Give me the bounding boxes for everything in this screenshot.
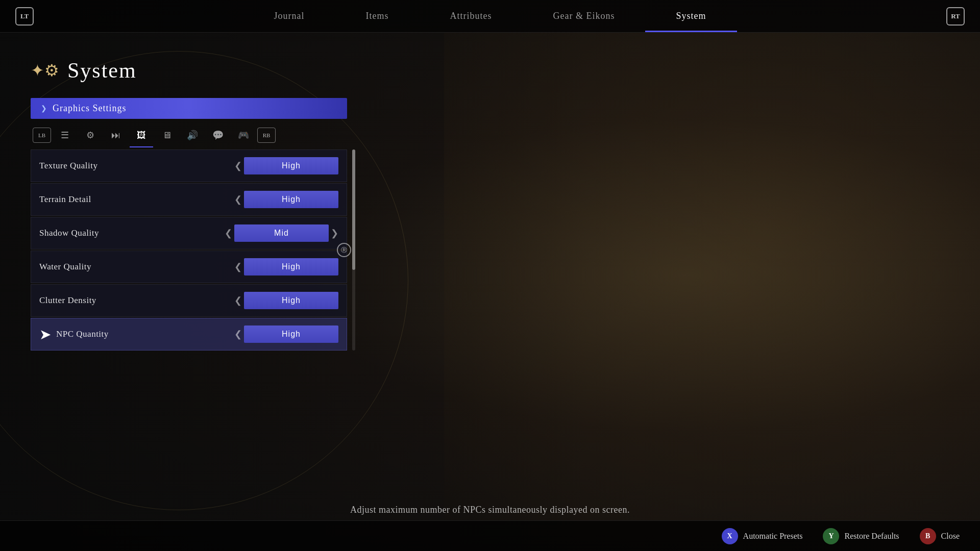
system-icon: ✦⚙ — [31, 61, 59, 80]
bottom-bar: X Automatic Presets Y Restore Defaults B… — [0, 520, 980, 551]
automatic-presets-label: Automatic Presets — [743, 532, 803, 541]
texture-quality-left-arrow[interactable]: ❮ — [234, 160, 242, 171]
scrollbar[interactable] — [352, 149, 355, 350]
terrain-detail-left-arrow[interactable]: ❮ — [234, 194, 242, 205]
top-navigation: LT Journal Items Attributes Gear & Eikon… — [0, 0, 980, 33]
y-button: Y — [823, 528, 839, 544]
tab-media-icon[interactable]: ⏭ — [104, 125, 128, 145]
lt-button[interactable]: LT — [15, 7, 34, 26]
main-content: ✦⚙ System ❯ Graphics Settings LB ☰ ⚙ ⏭ 🖼… — [0, 33, 980, 551]
npc-quantity-label: NPC Quantity — [56, 329, 234, 339]
section-header[interactable]: ❯ Graphics Settings — [31, 98, 347, 119]
clutter-density-left-arrow[interactable]: ❮ — [234, 295, 242, 306]
description-area: Adjust maximum number of NPCs simultaneo… — [0, 505, 980, 515]
clutter-density-label: Clutter Density — [39, 295, 234, 306]
automatic-presets-action[interactable]: X Automatic Presets — [722, 528, 803, 544]
section-label: Graphics Settings — [53, 103, 127, 114]
section-chevron-icon: ❯ — [41, 104, 47, 113]
terrain-detail-label: Terrain Detail — [39, 194, 234, 205]
setting-row-terrain-detail[interactable]: Terrain Detail ❮ High — [31, 183, 347, 216]
description-text: Adjust maximum number of NPCs simultaneo… — [350, 505, 630, 515]
clutter-density-value[interactable]: High — [244, 292, 338, 309]
water-quality-value[interactable]: High — [244, 258, 338, 276]
selection-pointer-icon: ➤ — [39, 326, 51, 343]
shadow-quality-label: Shadow Quality — [39, 228, 225, 238]
restore-defaults-action[interactable]: Y Restore Defaults — [823, 528, 899, 544]
page-title-area: ✦⚙ System — [0, 33, 980, 98]
tab-attributes[interactable]: Attributes — [420, 0, 523, 32]
close-action[interactable]: B Close — [920, 528, 960, 544]
settings-list: Texture Quality ❮ High Terrain Detail ❮ … — [31, 149, 347, 350]
settings-panel: ❯ Graphics Settings LB ☰ ⚙ ⏭ 🖼 🖥 🔊 💬 🎮 R… — [31, 98, 347, 350]
tab-journal[interactable]: Journal — [243, 0, 335, 32]
setting-row-clutter-density[interactable]: Clutter Density ❮ High — [31, 284, 347, 317]
shadow-quality-value[interactable]: Mid — [234, 224, 329, 242]
terrain-detail-value[interactable]: High — [244, 191, 338, 208]
tab-icons-row: LB ☰ ⚙ ⏭ 🖼 🖥 🔊 💬 🎮 RB — [31, 125, 347, 145]
b-button: B — [920, 528, 936, 544]
rt-button[interactable]: RT — [946, 7, 965, 26]
scroll-thumb — [352, 149, 355, 270]
x-button: X — [722, 528, 738, 544]
tab-gear[interactable]: Gear & Eikons — [523, 0, 646, 32]
shadow-quality-left-arrow[interactable]: ❮ — [225, 228, 232, 239]
tab-audio-icon[interactable]: 🔊 — [181, 125, 204, 145]
npc-quantity-value[interactable]: High — [244, 325, 338, 343]
tab-gamepad-icon[interactable]: 🎮 — [232, 125, 255, 145]
tab-display-icon[interactable]: 🖥 — [155, 125, 179, 145]
restore-defaults-label: Restore Defaults — [844, 532, 899, 541]
texture-quality-label: Texture Quality — [39, 161, 234, 171]
r-indicator: Ⓡ — [337, 243, 351, 257]
tab-gear-icon[interactable]: ⚙ — [79, 125, 102, 145]
rb-tab-btn[interactable]: RB — [257, 128, 276, 143]
tab-list-icon[interactable]: ☰ — [53, 125, 77, 145]
setting-row-shadow-quality[interactable]: Shadow Quality ❮ Mid ❯ — [31, 217, 347, 249]
setting-row-texture-quality[interactable]: Texture Quality ❮ High — [31, 149, 347, 182]
tab-image-icon[interactable]: 🖼 — [130, 125, 153, 145]
setting-row-npc-quantity[interactable]: ➤ NPC Quantity ❮ High — [31, 318, 347, 350]
nav-tabs: Journal Items Attributes Gear & Eikons S… — [243, 0, 737, 32]
page-title: System — [67, 58, 137, 83]
tab-system[interactable]: System — [645, 0, 737, 32]
lb-tab-btn[interactable]: LB — [33, 128, 51, 143]
close-label: Close — [941, 532, 960, 541]
tab-chat-icon[interactable]: 💬 — [206, 125, 230, 145]
setting-row-water-quality[interactable]: Water Quality ❮ High — [31, 251, 347, 283]
npc-quantity-left-arrow[interactable]: ❮ — [234, 329, 242, 340]
tab-items[interactable]: Items — [335, 0, 420, 32]
water-quality-left-arrow[interactable]: ❮ — [234, 261, 242, 272]
texture-quality-value[interactable]: High — [244, 157, 338, 174]
water-quality-label: Water Quality — [39, 262, 234, 272]
shadow-quality-right-arrow[interactable]: ❯ — [331, 228, 338, 239]
